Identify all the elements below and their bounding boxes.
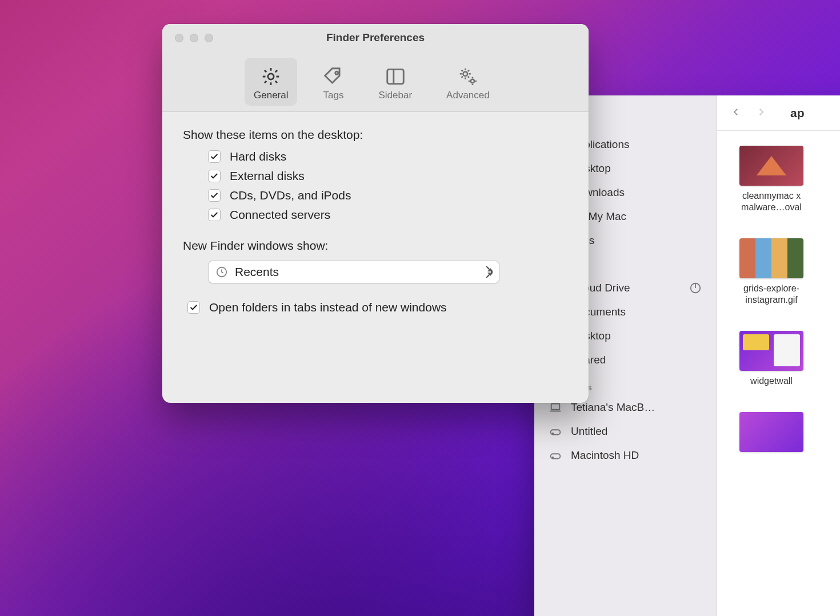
checkbox-row-servers: Connected servers [208,208,568,222]
svg-point-12 [335,71,338,74]
prefs-body: Show these items on the desktop: Hard di… [162,112,589,330]
checkbox-label: Open folders in tabs instead of new wind… [209,301,447,314]
svg-point-14 [463,71,467,76]
checkbox-row-hard-disks: Hard disks [208,150,568,163]
sidebar-item-untitled[interactable]: Untitled [540,419,711,443]
close-button[interactable] [175,34,183,42]
finder-toolbar: ap [717,95,840,131]
sync-progress-icon [689,282,702,294]
desktop-items-heading: Show these items on the desktop: [183,128,568,142]
checkbox-hard-disks[interactable] [208,150,221,163]
checkbox-label: External disks [230,169,305,183]
svg-point-10 [553,457,554,458]
tab-label: Sidebar [378,90,412,101]
disk-icon [549,449,562,462]
file-name: cleanmymac xmalware…oval [741,190,802,213]
maximize-button[interactable] [205,34,213,42]
checkbox-row-open-in-tabs: Open folders in tabs instead of new wind… [187,301,568,314]
prefs-traffic-lights [175,34,213,42]
file-thumbnail [739,238,803,278]
file-item[interactable]: cleanmymac xmalware…oval [723,146,820,213]
checkbox-external-disks[interactable] [208,170,221,182]
svg-point-8 [553,433,554,434]
tab-label: General [254,90,288,101]
file-name: widgetwall [750,375,793,387]
prefs-toolbar: General Tags Sidebar [162,51,589,112]
new-windows-select[interactable]: Recents [208,261,499,283]
svg-point-15 [471,79,474,82]
checkbox-row-cds: CDs, DVDs, and iPods [208,189,568,202]
tab-label: Tags [323,90,344,101]
checkbox-label: CDs, DVDs, and iPods [230,189,351,202]
select-stepper-icon [487,268,494,276]
select-value: Recents [235,265,279,279]
tag-icon [322,66,344,87]
checkbox-cds[interactable] [208,189,221,202]
svg-rect-13 [387,69,404,83]
file-grid: cleanmymac xmalware…oval grids-explore-i… [717,131,840,467]
laptop-icon [549,401,562,414]
disk-icon [549,425,562,438]
gear-icon [260,66,282,87]
tab-tags[interactable]: Tags [313,58,353,106]
new-windows-heading: New Finder windows show: [183,239,568,253]
checkbox-label: Hard disks [230,150,286,163]
back-button[interactable] [731,107,741,119]
finder-preferences-window: Finder Preferences General Tags [162,24,589,403]
file-item[interactable]: widgetwall [723,331,820,387]
file-thumbnail [739,412,803,452]
forward-button[interactable] [756,107,766,119]
tab-sidebar[interactable]: Sidebar [369,58,421,106]
file-item[interactable] [723,412,820,452]
file-item[interactable]: grids-explore-instagram.gif [723,238,820,306]
sidebar-item-label: Untitled [571,425,607,438]
sidebar-icon [385,66,406,87]
sidebar-item-macintosh-hd[interactable]: Macintosh HD [540,443,711,467]
recents-icon [215,266,228,278]
advanced-gears-icon [457,66,479,87]
window-title: Finder Preferences [162,31,589,44]
prefs-titlebar: Finder Preferences [162,24,589,51]
file-name: grids-explore-instagram.gif [743,283,799,306]
checkbox-row-external-disks: External disks [208,169,568,183]
finder-content: ap cleanmymac xmalware…oval grids-explor… [717,95,840,616]
sidebar-item-label: Tetiana's MacB… [571,401,655,414]
file-thumbnail [739,331,803,371]
checkbox-open-in-tabs[interactable] [187,301,200,314]
tab-advanced[interactable]: Advanced [437,58,499,106]
svg-rect-6 [551,404,560,410]
file-thumbnail [739,146,803,186]
minimize-button[interactable] [190,34,198,42]
tab-label: Advanced [446,90,490,101]
sidebar-item-label: Macintosh HD [571,449,639,462]
tab-general[interactable]: General [245,58,297,106]
checkbox-label: Connected servers [230,208,330,222]
checkbox-servers[interactable] [208,209,221,221]
folder-title: ap [790,106,805,120]
svg-point-11 [268,73,274,79]
desktop-items-list: Hard disks External disks CDs, DVDs, and… [208,150,568,222]
